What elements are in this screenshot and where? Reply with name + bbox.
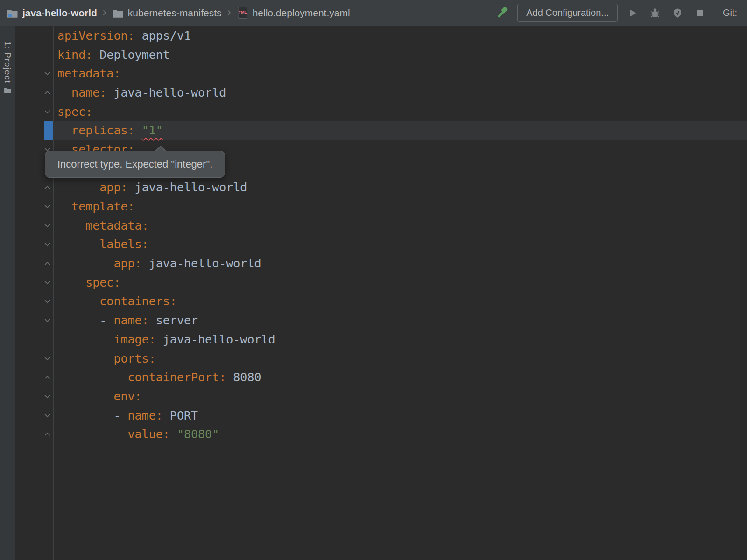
- code-line-text[interactable]: template:: [53, 197, 747, 216]
- fold-open-icon[interactable]: [43, 354, 51, 363]
- add-configuration-button[interactable]: Add Configuration...: [517, 4, 618, 22]
- fold-open-icon[interactable]: [43, 203, 51, 211]
- code-line-text[interactable]: env:: [53, 387, 747, 406]
- gutter-cell: [15, 216, 53, 235]
- code-token: app:: [113, 257, 141, 270]
- code-token: replicas:: [71, 124, 134, 137]
- code-line-text[interactable]: - name: PORT: [53, 406, 747, 425]
- code-line[interactable]: value: "8080": [15, 425, 747, 444]
- code-line-text[interactable]: app: java-hello-world: [53, 178, 747, 197]
- fold-close-icon[interactable]: [43, 88, 51, 97]
- code-line[interactable]: template:: [15, 197, 747, 216]
- coverage-icon[interactable]: [670, 6, 685, 21]
- code-line-text[interactable]: spec:: [53, 273, 747, 292]
- fold-open-icon[interactable]: [43, 70, 51, 78]
- fold-open-icon[interactable]: [43, 411, 51, 420]
- fold-close-icon[interactable]: [43, 430, 51, 439]
- code-line-text[interactable]: replicas: "1": [53, 121, 747, 140]
- stop-icon[interactable]: [692, 6, 707, 21]
- fold-open-icon[interactable]: [43, 392, 51, 400]
- breadcrumb-item[interactable]: YMLhello.deployment.yaml: [237, 7, 350, 19]
- breadcrumb-item[interactable]: java-hello-world: [7, 7, 97, 19]
- fold-open-icon[interactable]: [43, 240, 51, 249]
- tool-window-button-project[interactable]: 1: Project: [2, 41, 13, 96]
- gutter-cell: [15, 235, 53, 254]
- code-token: -: [57, 409, 128, 422]
- fold-open-icon[interactable]: [43, 316, 51, 325]
- code-line[interactable]: env:: [15, 387, 747, 406]
- code-line-text[interactable]: - containerPort: 8080: [53, 368, 747, 387]
- code-token: [57, 276, 85, 289]
- code-line[interactable]: ports:: [15, 349, 747, 368]
- run-icon[interactable]: [625, 6, 640, 21]
- code-line[interactable]: metadata:: [15, 64, 747, 83]
- code-line-text[interactable]: apiVersion: apps/v1: [53, 26, 747, 45]
- fold-close-icon[interactable]: [43, 373, 51, 382]
- code-line[interactable]: spec:: [15, 273, 747, 292]
- code-line[interactable]: containers:: [15, 292, 747, 311]
- code-line[interactable]: kind: Deployment: [15, 45, 747, 64]
- code-token: PORT: [163, 409, 198, 422]
- gutter-cell: [15, 311, 53, 330]
- code-line-text[interactable]: - name: server: [53, 311, 747, 330]
- chevron-right-icon: ›: [102, 6, 107, 19]
- editor[interactable]: apiVersion: apps/v1kind: Deploymentmetad…: [15, 26, 747, 560]
- code-line[interactable]: - containerPort: 8080: [15, 368, 747, 387]
- code-token: apps/v1: [135, 29, 191, 42]
- breadcrumb-item[interactable]: kubernetes-manifests: [112, 7, 222, 19]
- caret-line-gutter-marker: [44, 121, 53, 140]
- code-line[interactable]: image: java-hello-world: [15, 330, 747, 349]
- code-line-text[interactable]: app: java-hello-world: [53, 254, 747, 273]
- code-line[interactable]: name: java-hello-world: [15, 83, 747, 102]
- code-line-text[interactable]: labels:: [53, 235, 747, 254]
- project-folder-icon: [7, 8, 18, 18]
- git-branch-widget[interactable]: Git:: [723, 7, 744, 18]
- gutter-cell: [15, 83, 53, 102]
- build-hammer-icon[interactable]: [495, 6, 510, 21]
- fold-close-icon[interactable]: [43, 183, 51, 192]
- code-line-text[interactable]: metadata:: [53, 216, 747, 235]
- gutter-cell: [15, 178, 53, 197]
- code-token: template:: [71, 200, 134, 213]
- code-line-text[interactable]: value: "8080": [53, 425, 747, 444]
- code-token: java-hello-world: [106, 86, 226, 99]
- fold-open-icon[interactable]: [43, 297, 51, 306]
- code-line[interactable]: app: java-hello-world: [15, 254, 747, 273]
- toolbar-divider: [715, 6, 715, 21]
- svg-text:YML: YML: [238, 10, 247, 14]
- code-line-text[interactable]: spec:: [53, 102, 747, 121]
- code-token: server: [149, 314, 198, 327]
- yaml-file-icon: YML: [237, 7, 248, 19]
- code-line-text[interactable]: name: java-hello-world: [53, 83, 747, 102]
- code-line-text[interactable]: ports:: [53, 349, 747, 368]
- fold-open-icon[interactable]: [43, 221, 51, 230]
- code-token: [57, 352, 113, 365]
- fold-open-icon[interactable]: [43, 107, 51, 116]
- error-token: "1": [142, 124, 163, 137]
- project-folder-mini-icon: [4, 87, 12, 96]
- code-token: kind:: [57, 48, 92, 62]
- fold-close-icon[interactable]: [43, 259, 51, 268]
- code-line[interactable]: app: java-hello-world: [15, 178, 747, 197]
- code-token: app:: [99, 181, 127, 194]
- code-line[interactable]: replicas: "1": [15, 121, 747, 140]
- code-line[interactable]: spec:: [15, 102, 747, 121]
- code-token: [135, 124, 142, 137]
- code-line[interactable]: apiVersion: apps/v1: [15, 26, 747, 45]
- code-token: [57, 238, 99, 251]
- code-line[interactable]: - name: PORT: [15, 406, 747, 425]
- code-token: image:: [113, 333, 155, 346]
- gutter-cell: [15, 330, 53, 349]
- code-line[interactable]: labels:: [15, 235, 747, 254]
- code-line-text[interactable]: metadata:: [53, 64, 747, 83]
- code-line-text[interactable]: containers:: [53, 292, 747, 311]
- code-line-text[interactable]: kind: Deployment: [53, 45, 747, 64]
- code-line[interactable]: metadata:: [15, 216, 747, 235]
- code-line[interactable]: - name: server: [15, 311, 747, 330]
- code-line-text[interactable]: image: java-hello-world: [53, 330, 747, 349]
- project-tool-window-label: 1: Project: [2, 41, 13, 83]
- tool-window-stripe: 1: Project: [0, 26, 15, 560]
- fold-open-icon[interactable]: [43, 278, 51, 287]
- code-token: containers:: [99, 294, 177, 308]
- debug-icon[interactable]: [648, 6, 662, 21]
